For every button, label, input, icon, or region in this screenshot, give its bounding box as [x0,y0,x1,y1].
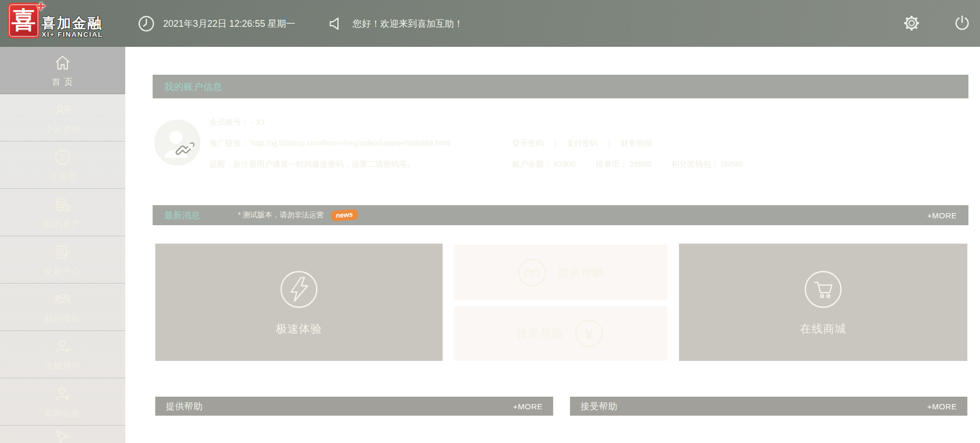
points-label: 积分奖钱包： [672,159,719,168]
sidebar-item-team[interactable]: 我的团队 [0,284,125,331]
greeting-text: 您好！欢迎来到喜加互助！ [353,17,463,30]
card-label: 提供帮助 [558,265,604,280]
news-more-link[interactable]: +MORE [927,211,957,220]
sidebar-item-register-user[interactable]: 注册用户 [0,331,125,378]
login-password-link[interactable]: 登录密码 [512,138,544,147]
section-title: 接受帮助 [581,400,617,412]
sidebar-item-queue-coin[interactable]: 币 排单币 [0,142,125,189]
coin-label: 排单币： [596,159,627,168]
settings-gear-icon[interactable] [902,14,921,33]
document-check-icon [53,243,72,261]
card-label: 在线商城 [800,321,846,336]
separator: ｜ [551,138,559,147]
account-balance: 账户余额：¥3900 [512,159,578,168]
sidebar-item-label: 注册用户 [44,361,81,372]
account-info-block: 会员账号： - X1 推广链接： http://xj.5586cp.com/ho… [209,112,451,175]
user-add-icon [53,337,72,356]
brand-text: 喜加金融 XI+ FINANCIAL [42,16,103,38]
balance-value: ¥3900 [554,159,576,168]
sidebar-item-partial[interactable] [0,426,125,443]
card-label: 接受帮助 [517,326,563,341]
brand-seal: 喜 + [7,3,40,38]
sidebar-item-label: 我的团队 [44,314,81,325]
news-title: 最新消息 [164,209,200,222]
finance-detail-link[interactable]: 财务明细 [621,138,652,147]
cursor-arrow-icon [53,428,72,443]
promo-link-url[interactable]: http://xj.5586cp.com/home/reg/index/unam… [251,138,451,147]
contact-card-icon [53,100,72,119]
yen-circle-icon: ¥ [574,318,604,349]
clock-icon [137,14,156,33]
brand-name: 喜加金融 [42,16,103,31]
separator: ｜ [605,138,613,147]
member-account-line: 会员账号： - X1 [209,112,451,133]
sidebar-item-label: 首 页 [52,77,74,88]
reminder-line: 提醒：新注册用户请第一时间修改密码，设置二级密码等。 [209,154,451,175]
sidebar: 首 页 个人资料 币 排单币 [0,47,125,443]
news-bar: 最新消息 * 测试版本，请勿非法运营 news +MORE [153,205,968,225]
card-online-mall[interactable]: 在线商城 [679,244,967,361]
sidebar-item-trade-center[interactable]: 交易中心 [0,236,125,284]
card-speed-experience[interactable]: 极速体验 [155,244,443,361]
section-accept-help-header: 接受帮助 +MORE [570,397,967,416]
points-wallet: 积分奖钱包：0RMB [672,159,743,168]
svg-text:¥: ¥ [585,326,593,342]
sidebar-item-label: 交易中心 [44,266,81,277]
member-account-label: 会员账号： [209,117,249,126]
promo-link-line: 推广链接： http://xj.5586cp.com/home/reg/inde… [209,133,451,154]
sidebar-item-news-announcement[interactable]: 新闻公告 [0,378,125,426]
card-accept-help[interactable]: 接受帮助 ¥ [454,306,667,361]
news-badge: news [331,209,358,221]
svg-text:$: $ [65,205,68,210]
account-panel-header: 我的账户信息 [153,75,968,98]
queue-coin-balance: 排单币：29980 [596,159,654,168]
main-content: 我的账户信息 会员账号： - X1 推广链接： http://xj.5586cp… [125,47,980,443]
handshake-icon [517,257,547,288]
lightning-icon [278,269,319,310]
avatar [153,118,202,167]
coin-value: 29980 [629,159,652,168]
greeting-group: 您好！欢迎来到喜加互助！ [326,0,463,47]
top-bar: 喜 + 喜加金融 XI+ FINANCIAL 2021年3月22日 12:26:… [0,0,980,47]
home-icon [53,53,72,72]
card-provide-help[interactable]: 提供帮助 [454,245,667,300]
sidebar-item-home[interactable]: 首 页 [0,47,125,94]
brand-plus-mark: + [37,0,45,15]
section-title: 提供帮助 [166,400,203,412]
sidebar-item-profile[interactable]: 个人资料 [0,94,125,142]
power-logout-icon[interactable] [953,14,972,33]
page-background: 喜 + 喜加金融 XI+ FINANCIAL 2021年3月22日 12:26:… [0,0,980,443]
brand-name-en: XI+ FINANCIAL [42,31,103,38]
sidebar-item-label: 排单币 [49,172,77,183]
user-add-icon [53,385,72,404]
balance-line: 账户余额：¥3900 排单币：29980 积分奖钱包：0RMB [512,154,761,175]
coins-stack-icon: $ [53,195,72,214]
section-more-link[interactable]: +MORE [927,402,957,411]
sidebar-item-label: 个人资料 [44,124,81,135]
password-links-line: 登录密码 ｜ 支付密码 ｜ 财务明细 [512,133,761,154]
section-provide-help-header: 提供帮助 +MORE [155,397,553,416]
shopping-cart-icon [803,269,844,310]
member-account-value: - X1 [251,117,266,126]
datetime-group: 2021年3月22日 12:26:55 星期一 [137,0,295,47]
team-icon [53,290,72,309]
speaker-icon [326,14,345,33]
pay-password-link[interactable]: 支付密码 [566,138,598,147]
sidebar-item-label: 新闻公告 [44,408,81,419]
brand-seal-character: 喜 [12,8,36,33]
section-more-link[interactable]: +MORE [513,402,543,411]
sidebar-item-assets[interactable]: $ 我的资产 [0,189,125,236]
card-label: 极速体验 [276,321,322,336]
coin-icon: 币 [53,148,72,167]
account-panel-title: 我的账户信息 [164,80,223,93]
sidebar-item-label: 我的资产 [44,219,81,230]
promo-link-label: 推广链接： [209,138,249,147]
points-value: 0RMB [721,159,743,168]
news-notice-text: * 测试版本，请勿非法运营 [238,210,324,220]
svg-text:币: 币 [58,153,67,162]
balance-label: 账户余额： [512,159,552,168]
brand-logo: 喜 + 喜加金融 XI+ FINANCIAL [7,3,103,38]
datetime-text: 2021年3月22日 12:26:55 星期一 [163,17,295,30]
account-actions-block: 登录密码 ｜ 支付密码 ｜ 财务明细 账户余额：¥3900 排单币：29980 … [512,133,761,175]
